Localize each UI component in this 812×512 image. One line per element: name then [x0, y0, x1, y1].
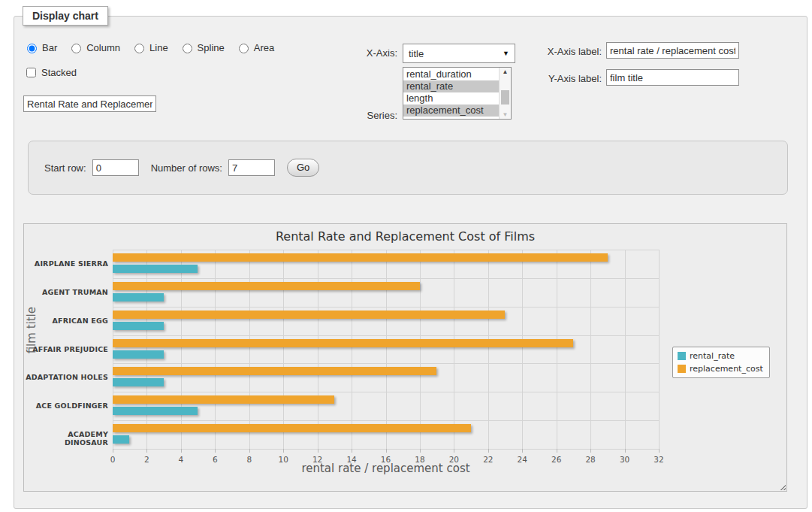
x-tick [386, 449, 387, 453]
gridline-vertical [249, 250, 250, 449]
bar-rental_rate[interactable] [113, 265, 198, 273]
x-axis-selected-value: title [409, 48, 424, 59]
gridline-vertical [557, 250, 557, 449]
start-row-input[interactable] [92, 159, 139, 176]
number-of-rows-input[interactable] [228, 159, 275, 176]
x-tick [318, 449, 318, 453]
bar-rental_rate[interactable] [113, 293, 164, 301]
category-label: ADAPTATION HOLES [26, 373, 108, 381]
gridline-horizontal [113, 250, 659, 250]
y-axis-label-field-label: Y-Axis label: [533, 73, 602, 84]
bar-replacement_cost[interactable] [113, 367, 436, 375]
category-label: AGENT TRUMAN [26, 288, 108, 296]
legend-swatch-replacement-cost [678, 365, 686, 373]
chart-type-option-column[interactable]: Column [68, 41, 120, 53]
chart-type-radio[interactable] [239, 44, 249, 53]
go-button[interactable]: Go [287, 159, 319, 177]
chart-title-input[interactable] [23, 95, 156, 112]
display-chart-fieldset: Display chart Bar Column Line Spline Are… [14, 16, 807, 509]
series-option[interactable]: rental_duration [403, 68, 499, 80]
x-axis-select[interactable]: title ▼ [403, 44, 515, 63]
bar-replacement_cost[interactable] [113, 253, 608, 262]
legend-label: rental_rate [690, 351, 735, 361]
chart-type-radio-group: Bar Column Line Spline Area [23, 41, 274, 53]
bar-replacement_cost[interactable] [113, 339, 573, 347]
scroll-down-icon[interactable]: ▼ [500, 111, 511, 118]
start-row-label: Start row: [44, 162, 86, 174]
chart-container: Rental Rate and Replacement Cost of Film… [23, 223, 787, 492]
gridline-vertical [146, 250, 147, 449]
x-tick [420, 449, 421, 453]
gridline-vertical [215, 250, 216, 449]
gridline-vertical [352, 250, 352, 449]
y-axis-label-input[interactable] [606, 69, 739, 86]
x-tick [352, 449, 352, 453]
legend-swatch-rental-rate [678, 352, 686, 360]
fieldset-legend: Display chart [23, 6, 108, 26]
bar-rental_rate[interactable] [113, 350, 164, 359]
gridline-horizontal [113, 307, 659, 308]
bar-replacement_cost[interactable] [113, 395, 334, 404]
legend-item-rental-rate[interactable]: rental_rate [678, 351, 763, 361]
gridline-vertical [454, 250, 454, 449]
series-option[interactable]: length [403, 92, 499, 105]
x-tick [249, 449, 250, 453]
gridline-horizontal [113, 420, 659, 421]
chart-title: Rental Rate and Replacement Cost of Film… [24, 229, 786, 244]
gridline-vertical [181, 250, 182, 449]
x-tick [522, 449, 523, 453]
series-option[interactable]: replacement_cost [403, 105, 499, 117]
chart-type-option-spline[interactable]: Spline [179, 41, 225, 53]
chart-type-option-line[interactable]: Line [131, 41, 168, 53]
category-label: ACADEMY DINOSAUR [26, 430, 108, 447]
legend-item-replacement-cost[interactable]: replacement_cost [678, 364, 763, 374]
series-scrollbar[interactable]: ▲ ▼ [499, 68, 511, 119]
gridline-horizontal [113, 363, 659, 364]
gridline-vertical [283, 250, 284, 449]
scrollbar-thumb[interactable] [501, 90, 509, 105]
category-label: ACE GOLDFINGER [26, 401, 108, 410]
bar-replacement_cost[interactable] [113, 282, 420, 290]
chart-type-option-bar[interactable]: Bar [23, 41, 57, 53]
x-tick [659, 449, 660, 453]
x-axis-label-input[interactable] [606, 42, 739, 59]
bar-rental_rate[interactable] [113, 322, 164, 330]
gridline-horizontal [113, 335, 659, 336]
x-tick [454, 449, 454, 453]
chart-type-label: Column [86, 42, 120, 53]
chart-type-radio[interactable] [134, 44, 144, 53]
stacked-label: Stacked [41, 67, 77, 78]
x-tick [215, 449, 216, 453]
chart-type-radio[interactable] [27, 44, 37, 53]
series-multiselect[interactable]: rental_durationrental_ratelengthreplacem… [403, 67, 512, 120]
x-axis-title: rental rate / replacement cost [113, 462, 659, 475]
series-option[interactable]: rental_rate [403, 80, 499, 92]
x-tick [283, 449, 284, 453]
x-axis-field-label: X-Axis: [345, 47, 397, 59]
chart-type-radio[interactable] [183, 44, 192, 53]
plot-area [113, 250, 659, 449]
stacked-checkbox[interactable] [26, 68, 36, 77]
x-tick [113, 449, 113, 453]
row-range-panel: Start row: Number of rows: Go [28, 141, 788, 195]
gridline-horizontal [113, 392, 659, 392]
chart-type-radio[interactable] [71, 44, 81, 53]
bar-replacement_cost[interactable] [113, 424, 471, 432]
x-tick [557, 449, 557, 453]
bar-rental_rate[interactable] [113, 378, 164, 386]
resize-handle-icon[interactable] [778, 483, 786, 490]
bar-rental_rate[interactable] [113, 435, 129, 444]
gridline-vertical [488, 250, 489, 449]
stacked-option[interactable]: Stacked [23, 65, 77, 80]
stacked-row: Stacked [23, 65, 77, 80]
x-tick [146, 449, 147, 453]
chart-type-option-area[interactable]: Area [235, 41, 274, 53]
gridline-vertical [420, 250, 421, 449]
gridline-vertical [318, 250, 318, 449]
gridline-vertical [113, 250, 113, 449]
bar-rental_rate[interactable] [113, 407, 198, 415]
scroll-up-icon[interactable]: ▲ [500, 68, 511, 75]
legend-label: replacement_cost [690, 364, 763, 374]
bar-replacement_cost[interactable] [113, 311, 505, 319]
x-tick [181, 449, 182, 453]
